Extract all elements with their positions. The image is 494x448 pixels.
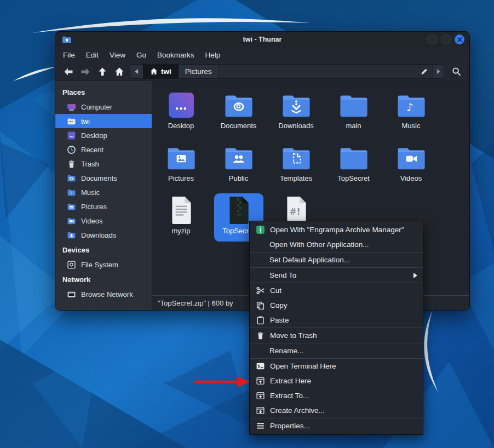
context-menu-item-label: Extract To... xyxy=(270,392,309,400)
network-icon xyxy=(67,290,76,299)
clock-icon xyxy=(67,145,76,154)
file-item-public[interactable]: Public xyxy=(210,141,267,193)
minimize-button[interactable] xyxy=(427,35,437,44)
file-item-body[interactable]: Public xyxy=(214,141,263,189)
file-item-label: Music xyxy=(402,122,421,130)
sidebar-item-label: Trash xyxy=(81,160,99,168)
folder-plain-icon xyxy=(339,90,369,120)
up-button[interactable] xyxy=(94,65,111,79)
menu-view[interactable]: View xyxy=(104,49,131,61)
context-menu-item-open-with-other-application[interactable]: Open With Other Application... xyxy=(250,237,423,252)
context-menu-item-label: Open Terminal Here xyxy=(270,362,336,370)
home-button[interactable] xyxy=(111,65,128,79)
folder-home-icon xyxy=(67,117,76,126)
context-menu-item-cut[interactable]: Cut xyxy=(250,283,423,298)
file-item-body[interactable]: Documents xyxy=(214,88,263,136)
sidebar-item-computer[interactable]: Computer xyxy=(55,100,152,114)
submenu-arrow-icon xyxy=(413,273,417,278)
context-menu-item-set-default-application[interactable]: Set Default Application... xyxy=(250,252,423,267)
path-label: Pictures xyxy=(185,67,212,76)
context-menu-item-extract-here[interactable]: Extract Here xyxy=(250,374,423,388)
file-item-main[interactable]: main xyxy=(325,88,382,141)
context-menu-item-move-to-trash[interactable]: Move to Trash xyxy=(250,328,423,343)
context-menu-item-copy[interactable]: Copy xyxy=(250,298,423,313)
sidebar: PlacesComputertwiDesktopRecentTrashDocum… xyxy=(55,81,152,310)
file-item-body[interactable]: main xyxy=(329,88,378,136)
context-menu-item-label: Send To xyxy=(269,271,296,279)
desktop-icon xyxy=(67,131,76,140)
file-item-body[interactable]: Videos xyxy=(387,141,436,189)
home-icon xyxy=(150,68,158,75)
engrampa-icon xyxy=(256,225,265,234)
file-item-music[interactable]: ♪Music xyxy=(382,88,440,141)
sidebar-item-twi[interactable]: twi xyxy=(55,114,152,128)
sidebar-item-music[interactable]: ♪Music xyxy=(55,185,152,199)
folder-downloads-icon xyxy=(282,90,311,120)
titlebar[interactable]: twi - Thunar xyxy=(55,32,469,47)
menu-bookmarks[interactable]: Bookmarks xyxy=(152,49,200,61)
path-button-twi[interactable]: twi xyxy=(143,65,179,78)
folder-music-icon: ♪ xyxy=(397,90,426,120)
context-menu-item-send-to[interactable]: Send To xyxy=(250,268,423,283)
context-menu-item-rename[interactable]: Rename... xyxy=(250,343,423,358)
path-entry[interactable] xyxy=(219,65,433,78)
path-button-pictures[interactable]: Pictures xyxy=(179,65,219,78)
context-menu-item-open-with-engrampa-archive-manager[interactable]: Open With "Engrampa Archive Manager" xyxy=(250,222,423,237)
sidebar-item-recent[interactable]: Recent xyxy=(55,142,152,157)
sidebar-item-label: Computer xyxy=(81,103,112,111)
file-item-videos[interactable]: Videos xyxy=(382,141,440,193)
back-button[interactable] xyxy=(60,65,77,79)
file-item-desktop[interactable]: Desktop xyxy=(152,88,210,141)
sidebar-item-pictures[interactable]: Pictures xyxy=(55,199,152,214)
file-item-body[interactable]: TopSecret xyxy=(329,141,378,189)
search-button[interactable] xyxy=(449,65,464,79)
sidebar-item-browse-network[interactable]: Browse Network xyxy=(55,287,152,301)
path-scroll-right-button[interactable] xyxy=(433,65,444,78)
maximize-button[interactable] xyxy=(441,35,451,44)
file-item-body[interactable]: Downloads xyxy=(272,88,321,136)
context-menu-item-create-archive[interactable]: Create Archive... xyxy=(250,403,423,418)
file-item-body[interactable]: myzip xyxy=(157,193,206,242)
computer-icon xyxy=(67,102,76,112)
file-item-label: Public xyxy=(229,174,248,182)
file-item-body[interactable]: ♪Music xyxy=(387,88,436,136)
folder-videos-icon xyxy=(67,216,76,226)
context-menu-item-open-terminal-here[interactable]: $Open Terminal Here xyxy=(250,359,423,374)
menu-file[interactable]: File xyxy=(58,49,81,61)
path-scroll-left-button[interactable] xyxy=(130,65,143,78)
sidebar-item-trash[interactable]: Trash xyxy=(55,157,152,171)
sidebar-header-devices: Devices xyxy=(55,242,152,257)
context-menu-item-label: Move to Trash xyxy=(270,331,317,340)
menu-help[interactable]: Help xyxy=(200,49,226,61)
sidebar-item-label: Browse Network xyxy=(81,290,133,298)
menu-go[interactable]: Go xyxy=(131,49,152,61)
context-menu-item-properties[interactable]: Properties... xyxy=(250,418,423,433)
file-item-body[interactable]: Desktop xyxy=(157,88,206,136)
file-item-templates[interactable]: Templates xyxy=(267,141,325,193)
file-item-topsecret[interactable]: TopSecret xyxy=(325,141,382,193)
sidebar-item-videos[interactable]: Videos xyxy=(55,214,152,228)
sidebar-item-downloads[interactable]: Downloads xyxy=(55,228,152,242)
file-item-label: main xyxy=(346,122,361,130)
file-item-pictures[interactable]: Pictures xyxy=(152,141,210,193)
context-menu-item-paste[interactable]: Paste xyxy=(250,313,423,328)
file-item-label: myzip xyxy=(172,227,191,235)
menu-edit[interactable]: Edit xyxy=(81,49,104,61)
chevron-left-icon xyxy=(135,69,139,74)
trash-icon xyxy=(67,159,76,169)
sidebar-item-file-system[interactable]: File System xyxy=(55,257,152,272)
forward-button[interactable] xyxy=(77,65,94,79)
file-item-downloads[interactable]: Downloads xyxy=(267,88,325,141)
home-icon xyxy=(114,67,124,77)
file-item-myzip[interactable]: myzip xyxy=(152,193,210,246)
close-icon xyxy=(457,37,462,42)
context-menu-item-extract-to[interactable]: Extract To... xyxy=(250,388,423,403)
window-folder-icon xyxy=(62,36,72,43)
file-item-documents[interactable]: Documents xyxy=(210,88,267,141)
file-item-body[interactable]: Pictures xyxy=(157,141,206,189)
file-item-body[interactable]: Templates xyxy=(272,141,321,189)
close-button[interactable] xyxy=(455,35,464,44)
sidebar-item-desktop[interactable]: Desktop xyxy=(55,128,152,142)
sidebar-item-documents[interactable]: Documents xyxy=(55,171,152,185)
back-icon xyxy=(64,67,73,77)
